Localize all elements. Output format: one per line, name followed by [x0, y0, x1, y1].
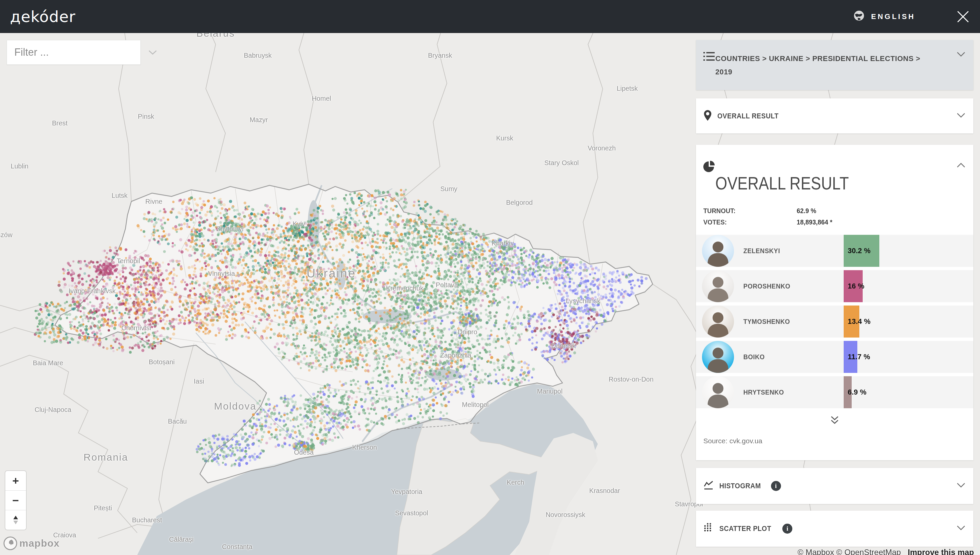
candidate-row[interactable]: HRYTSENKO6.9 % — [696, 376, 973, 408]
map-label: Lutsk — [112, 191, 128, 199]
map-label: Kremenchuk — [386, 284, 423, 292]
map-label: Rostov-on-Don — [609, 375, 654, 383]
chevron-down-icon[interactable] — [956, 51, 966, 59]
map-label: Pinsk — [138, 113, 154, 120]
map-label: Yevpatoria — [391, 488, 422, 496]
map-label: Ivano-Frankivsk — [69, 287, 116, 295]
candidate-name: BOIKO — [743, 353, 765, 361]
map-label: Moldova — [214, 401, 256, 412]
map-label: Sumy — [440, 185, 457, 192]
close-icon[interactable] — [955, 9, 970, 24]
overall-result-title: OVERALL RESULT — [715, 173, 935, 194]
map-label: Ternopil — [117, 257, 140, 265]
zoom-in-button[interactable]: + — [5, 471, 26, 491]
candidate-row[interactable]: ZELENSKYI30.2 % — [696, 235, 973, 267]
show-more-chevron-icon[interactable] — [825, 415, 845, 425]
map-label: Homel — [312, 95, 331, 102]
language-selector[interactable]: ENGLISH — [853, 10, 915, 24]
candidate-avatar — [702, 270, 734, 302]
map-label: Mariupol — [537, 388, 563, 395]
candidate-list: ZELENSKYI30.2 %POROSHENKO16 %TYMOSHENKO1… — [696, 235, 973, 408]
map-label: Lublin — [11, 162, 28, 170]
map-label: Dnipro — [458, 328, 477, 336]
map-label: Belgorod — [506, 199, 533, 207]
map-label: Stary Oskol — [544, 159, 579, 167]
map-label: Iasi — [193, 377, 204, 385]
chevron-down-icon[interactable] — [956, 112, 966, 120]
compass-button[interactable] — [5, 510, 26, 530]
candidate-name: ZELENSKYI — [743, 247, 780, 255]
info-icon[interactable]: i — [782, 524, 792, 534]
map-label: Baia Mare — [33, 359, 63, 367]
map-label: Ukraine — [306, 266, 356, 281]
candidate-photo — [702, 376, 734, 408]
candidate-avatar — [702, 341, 734, 373]
chevron-down-icon[interactable] — [956, 482, 966, 489]
breadcrumb: COUNTRIES > UKRAINE > PRESIDENTIAL ELECT… — [715, 52, 935, 79]
line-chart-icon — [703, 480, 714, 492]
language-label: ENGLISH — [871, 12, 915, 21]
candidate-row[interactable]: POROSHENKO16 % — [696, 270, 973, 302]
result-percentage: 16 % — [848, 282, 864, 290]
scatter-plot-section[interactable]: SCATTER PLOT i — [696, 511, 973, 547]
map-label: Botoșani — [149, 358, 175, 366]
map-label: Vinnytsia — [208, 270, 235, 278]
map-label: Romania — [83, 452, 128, 463]
map-label: Bryansk — [428, 52, 452, 59]
map-label: Poltava — [436, 281, 458, 289]
scatter-plot-icon — [703, 523, 714, 534]
map-label: Kherson — [352, 444, 377, 451]
map-label: Cluj-Napoca — [35, 406, 71, 414]
candidate-row[interactable]: TYMOSHENKO13.4 % — [696, 306, 973, 338]
map-label: Chernivtsi — [122, 324, 151, 332]
map-pin-icon — [703, 110, 712, 122]
map-label: szów — [0, 231, 12, 239]
chevron-down-icon[interactable] — [148, 40, 157, 64]
section-title: HISTOGRAM — [719, 482, 761, 490]
top-bar: дekóder ENGLISH — [0, 0, 980, 33]
overall-stats: TURNOUT: 62.9 % VOTES: 18,893,864 * — [703, 207, 973, 229]
turnout-value: 62.9 % — [797, 207, 816, 215]
map-label: Zaporizhia — [440, 351, 471, 359]
map-label: Pitești — [94, 504, 112, 512]
list-icon — [703, 51, 715, 63]
candidate-photo — [702, 235, 734, 267]
map-label: Odesa — [294, 449, 314, 456]
result-percentage: 13.4 % — [848, 317, 871, 326]
candidate-avatar — [702, 235, 734, 267]
mapbox-wordmark: mapbox — [19, 537, 60, 549]
overall-result-collapsed-section[interactable]: OVERALL RESULT — [696, 98, 973, 133]
info-icon[interactable]: i — [771, 481, 781, 491]
map-label: Bucharest — [132, 516, 162, 524]
map-label: Lipetsk — [617, 84, 638, 92]
osm-attribution-link[interactable]: © OpenStreetMap — [836, 548, 901, 555]
breadcrumb-card[interactable]: COUNTRIES > UKRAINE > PRESIDENTIAL ELECT… — [696, 40, 973, 90]
map-label: Constanța — [222, 543, 253, 551]
result-percentage: 6.9 % — [848, 388, 866, 396]
candidate-name: TYMOSHENKO — [743, 318, 790, 326]
candidate-photo — [702, 270, 734, 302]
chevron-up-icon[interactable] — [956, 162, 966, 169]
turnout-label: TURNOUT: — [703, 207, 736, 215]
candidate-row[interactable]: BOIKO11.7 % — [696, 341, 973, 373]
map-label: Kerch — [507, 479, 524, 486]
map-label: Kharkiv — [492, 239, 514, 247]
dekoder-logo[interactable]: дekóder — [10, 8, 76, 26]
map-attribution: © Mapbox © OpenStreetMap Improve this ma… — [797, 548, 974, 555]
votes-label: VOTES: — [703, 218, 727, 226]
filter-input[interactable] — [7, 46, 148, 59]
overall-result-expanded-section: OVERALL RESULT TURNOUT: 62.9 % VOTES: 18… — [696, 145, 973, 460]
zoom-out-button[interactable]: − — [5, 491, 26, 510]
globe-icon — [853, 10, 865, 24]
chevron-down-icon[interactable] — [956, 525, 966, 532]
map-label: Zhytomyr — [216, 225, 244, 233]
improve-map-link[interactable]: Improve this map — [908, 548, 974, 555]
mapbox-logo[interactable]: mapbox — [3, 536, 60, 550]
histogram-section[interactable]: HISTOGRAM i — [696, 468, 973, 504]
map-label: Bacău — [168, 417, 187, 425]
map-label: Donetsk — [552, 342, 576, 350]
map-label: Melitopol — [462, 401, 489, 409]
mapbox-attribution-link[interactable]: © Mapbox — [797, 548, 834, 555]
map-label: Lysychansk — [566, 297, 600, 305]
source-note: Source: cvk.gov.ua — [703, 437, 973, 445]
